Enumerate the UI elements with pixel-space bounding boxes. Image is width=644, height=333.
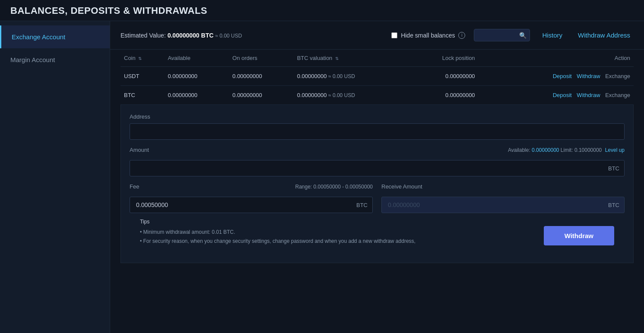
available-label: Available: [508,147,530,153]
receive-input [381,197,625,213]
cell-coin: USDT [121,67,164,86]
col-available: Available [164,50,229,67]
cell-lock-position: 0.00000000 [408,67,478,86]
hide-balances-wrap: Hide small balances i [391,32,465,39]
sidebar: Exchange Account Margin Account [0,21,110,333]
col-lock-position: Lock position [408,50,478,67]
available-value: 0.00000000 [532,147,559,153]
withdrawal-panel: Address Amount Available: 0.00000000 Lim… [121,105,634,263]
receive-label: Receive Amount [381,183,422,190]
cell-actions: Deposit Withdraw Exchange [479,86,634,105]
fee-label: Fee [130,183,139,190]
fee-range: Range: 0.00050000 - 0.00050000 [295,184,373,190]
estimated-label: Estimated Value: [121,32,166,39]
fee-input[interactable] [130,197,373,213]
tips-line-2: • For security reason, when you change s… [140,237,416,245]
receive-header: Receive Amount [381,183,625,193]
receive-input-wrap: BTC [381,197,625,213]
fee-col: Fee Range: 0.00050000 - 0.00050000 BTC [130,183,373,213]
info-icon[interactable]: i [458,32,465,39]
cell-on-orders: 0.00000000 [229,86,294,105]
exchange-link[interactable]: Exchange [605,73,630,79]
address-label: Address [130,113,625,120]
sidebar-item-label: Exchange Account [12,33,65,41]
tips-title: Tips [140,217,416,226]
receive-col: Receive Amount BTC [381,183,625,213]
cell-actions: Deposit Withdraw Exchange [479,67,634,86]
usd-approx: ≈ 0.00 USD [215,33,242,39]
sidebar-item-margin-account[interactable]: Margin Account [0,48,110,71]
hide-small-balances-checkbox[interactable] [391,32,397,38]
balances-table: Coin ⇅ Available On orders BTC valuation… [121,50,634,105]
main-content: Estimated Value: 0.00000000 BTC ≈ 0.00 U… [110,21,644,333]
amount-input[interactable] [130,160,625,176]
main-layout: Exchange Account Margin Account Estimate… [0,21,644,333]
cell-on-orders: 0.00000000 [229,67,294,86]
history-link[interactable]: History [539,30,566,41]
withdraw-address-link[interactable]: Withdraw Address [574,30,634,41]
amount-input-wrap: BTC [130,160,625,176]
deposit-link[interactable]: Deposit [553,73,572,79]
address-field-group: Address [130,113,625,140]
amount-row-header: Amount Available: 0.00000000 Limit: 0.10… [130,147,625,157]
level-up-link[interactable]: Level up [605,147,625,153]
search-box: 🔍 [474,29,530,41]
fee-row: Fee Range: 0.00050000 - 0.00050000 BTC R… [130,183,625,213]
coin-sort-icon[interactable]: ⇅ [138,56,142,61]
bottom-area: Tips • Minimum withdrawal amount: 0.01 B… [130,213,625,254]
col-action: Action [479,50,634,67]
balances-table-wrap: Coin ⇅ Available On orders BTC valuation… [110,50,644,105]
estimated-value: Estimated Value: 0.00000000 BTC ≈ 0.00 U… [121,32,242,39]
address-input[interactable] [130,123,625,140]
page-header: BALANCES, DEPOSITS & WITHDRAWALS [0,0,644,21]
page-title: BALANCES, DEPOSITS & WITHDRAWALS [10,5,634,16]
deposit-link[interactable]: Deposit [553,92,572,98]
table-row: BTC 0.00000000 0.00000000 0.00000000 ≈ 0… [121,86,634,105]
col-coin: Coin ⇅ [121,50,164,67]
btc-val-sort-icon[interactable]: ⇅ [335,56,339,61]
withdraw-button[interactable]: Withdraw [544,226,614,245]
sidebar-item-label: Margin Account [10,56,55,63]
col-on-orders: On orders [229,50,294,67]
limit-value: 0.10000000 [574,147,602,153]
cell-available: 0.00000000 [164,67,229,86]
amount-info: Available: 0.00000000 Limit: 0.10000000 … [508,147,625,153]
search-icon[interactable]: 🔍 [519,32,527,39]
cell-btc-valuation: 0.00000000 ≈ 0.00 USD [294,86,409,105]
cell-coin: BTC [121,86,164,105]
exchange-link[interactable]: Exchange [605,92,630,98]
hide-balances-label: Hide small balances [401,32,455,39]
withdraw-link[interactable]: Withdraw [577,92,600,98]
table-row: USDT 0.00000000 0.00000000 0.00000000 ≈ … [121,67,634,86]
cell-btc-valuation: 0.00000000 ≈ 0.00 USD [294,67,409,86]
amount-field-group: Amount Available: 0.00000000 Limit: 0.10… [130,147,625,176]
fee-header: Fee Range: 0.00050000 - 0.00050000 [130,183,373,193]
tips-line-1: • Minimum withdrawal amount: 0.01 BTC. [140,228,416,236]
amount-label: Amount [130,147,149,153]
tips-section: Tips • Minimum withdrawal amount: 0.01 B… [140,217,416,245]
btc-value: 0.00000000 BTC [168,32,214,39]
cell-available: 0.00000000 [164,86,229,105]
cell-lock-position: 0.00000000 [408,86,478,105]
sidebar-item-exchange-account[interactable]: Exchange Account [0,25,110,48]
withdraw-link[interactable]: Withdraw [577,73,600,79]
limit-label: Limit: [561,147,573,153]
top-bar: Estimated Value: 0.00000000 BTC ≈ 0.00 U… [110,21,644,50]
fee-input-wrap: BTC [130,197,373,213]
col-btc-valuation: BTC valuation ⇅ [294,50,409,67]
